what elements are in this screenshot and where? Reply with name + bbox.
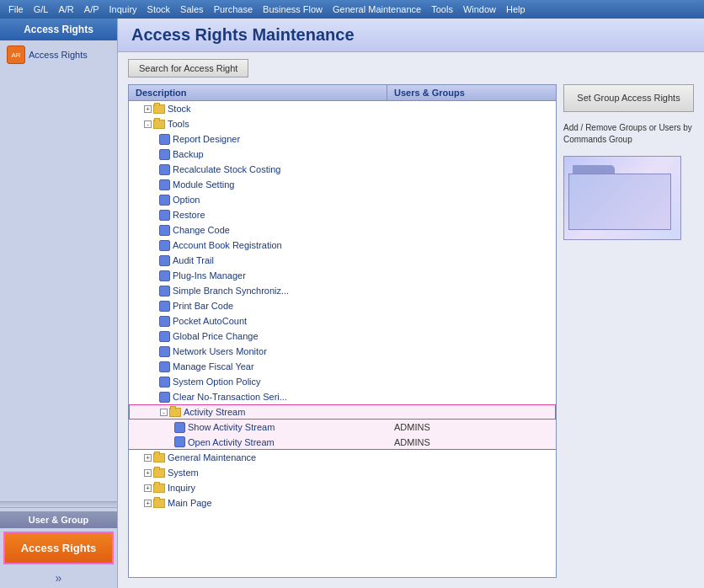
folder-icon — [153, 104, 165, 114]
row-label[interactable]: Activity Stream — [184, 407, 245, 417]
table-row[interactable]: Manage Fiscal Year — [129, 359, 556, 374]
table-row[interactable]: - Tools — [129, 116, 556, 131]
row-users — [387, 381, 556, 382]
row-label[interactable]: Global Price Change — [173, 331, 259, 341]
item-icon — [159, 164, 170, 175]
row-label[interactable]: Open Activity Stream — [188, 437, 275, 447]
expand-icon[interactable]: + — [144, 105, 152, 113]
table-row[interactable]: + Inquiry — [129, 480, 556, 495]
expand-icon[interactable]: - — [144, 120, 152, 128]
row-label[interactable]: Tools — [168, 119, 189, 129]
row-label[interactable]: Simple Branch Synchroniz... — [173, 286, 289, 296]
table-row[interactable]: Change Code — [129, 222, 556, 238]
table-row[interactable]: Backup — [129, 147, 556, 162]
row-label[interactable]: Audit Trail — [173, 255, 214, 265]
menu-tools[interactable]: Tools — [426, 3, 458, 16]
table-row[interactable]: Report Designer — [129, 131, 556, 147]
row-label[interactable]: Inquiry — [168, 483, 195, 493]
row-label[interactable]: Recalculate Stock Costing — [173, 164, 280, 174]
open-activity-stream-row[interactable]: Open Activity Stream ADMINS — [129, 435, 556, 450]
row-label[interactable]: Stock — [168, 104, 191, 114]
right-panel: Set Group Access Rights Add / Remove Gro… — [563, 84, 694, 578]
row-users — [387, 320, 556, 322]
menu-ar[interactable]: A/R — [53, 3, 78, 16]
row-label[interactable]: Plug-Ins Manager — [173, 270, 246, 281]
row-label[interactable]: Network Users Monitor — [173, 346, 267, 356]
table-row[interactable]: Pocket AutoCount — [129, 313, 556, 329]
set-group-access-rights-button[interactable]: Set Group Access Rights — [563, 84, 694, 112]
expand-icon[interactable]: + — [144, 454, 152, 462]
table-row[interactable]: Audit Trail — [129, 253, 556, 268]
row-label[interactable]: Pocket AutoCount — [173, 316, 247, 326]
menu-inquiry[interactable]: Inquiry — [104, 3, 142, 16]
menu-gl[interactable]: G/L — [29, 3, 54, 16]
menu-sales[interactable]: Sales — [175, 3, 209, 16]
row-users — [387, 168, 556, 170]
menu-help[interactable]: Help — [501, 3, 531, 16]
table-row[interactable]: Print Bar Code — [129, 298, 556, 313]
table-row[interactable]: + Stock — [129, 101, 556, 116]
menu-stock[interactable]: Stock — [142, 3, 176, 16]
row-users — [387, 244, 556, 246]
item-icon — [159, 301, 170, 312]
row-label[interactable]: Manage Fiscal Year — [173, 361, 254, 372]
row-label[interactable]: System — [168, 468, 199, 478]
table-row[interactable]: + Main Page — [129, 495, 556, 510]
table-row[interactable]: Option — [129, 192, 556, 207]
table-row[interactable]: Network Users Monitor — [129, 344, 556, 359]
show-activity-stream-row[interactable]: Show Activity Stream ADMINS — [129, 420, 556, 435]
table-row[interactable]: Module Setting — [129, 177, 556, 192]
row-label[interactable]: General Maintenance — [168, 452, 256, 462]
row-label[interactable]: Option — [173, 195, 200, 205]
menu-window[interactable]: Window — [458, 3, 501, 16]
item-icon — [159, 346, 170, 357]
item-icon — [159, 149, 170, 160]
table-row[interactable]: Global Price Change — [129, 329, 556, 344]
page-title: Access Rights Maintenance — [131, 25, 355, 44]
sidebar-more-button[interactable]: » — [0, 568, 117, 588]
table-row[interactable]: Clear No-Transaction Seri... — [129, 389, 556, 404]
row-label[interactable]: Module Setting — [173, 179, 234, 190]
item-icon — [174, 422, 185, 433]
row-users — [387, 199, 556, 200]
row-users: ADMINS — [387, 421, 556, 433]
row-label[interactable]: Change Code — [173, 225, 230, 235]
menu-file[interactable]: File — [3, 3, 29, 16]
row-users — [387, 214, 556, 216]
menu-ap[interactable]: A/P — [79, 3, 104, 16]
row-label[interactable]: Main Page — [168, 498, 212, 508]
menu-purchase[interactable]: Purchase — [209, 3, 258, 16]
row-users — [387, 184, 556, 185]
sidebar-nav-item[interactable]: AR Access Rights — [0, 40, 117, 69]
table-row[interactable]: + General Maintenance — [129, 450, 556, 465]
table-row[interactable]: System Option Policy — [129, 374, 556, 389]
menu-businessflow[interactable]: Business Flow — [258, 3, 328, 16]
menu-generalmaintenance[interactable]: General Maintenance — [328, 3, 426, 16]
table-row[interactable]: Plug-Ins Manager — [129, 268, 556, 283]
row-label[interactable]: Restore — [173, 210, 205, 220]
row-label[interactable]: Backup — [173, 149, 204, 159]
table-row[interactable]: Restore — [129, 207, 556, 222]
row-users — [387, 290, 556, 291]
access-rights-button[interactable]: Access Rights — [3, 532, 114, 564]
row-label[interactable]: Report Designer — [173, 134, 240, 144]
row-users — [387, 366, 556, 367]
search-access-right-button[interactable]: Search for Access Right — [128, 59, 248, 78]
row-label[interactable]: Print Bar Code — [173, 301, 233, 311]
activity-stream-row[interactable]: - Activity Stream — [129, 404, 556, 420]
expand-icon[interactable]: + — [144, 500, 152, 507]
table-row[interactable]: Recalculate Stock Costing — [129, 162, 556, 177]
table-row[interactable]: + System — [129, 465, 556, 480]
table-row[interactable]: Simple Branch Synchroniz... — [129, 283, 556, 298]
table-row[interactable]: Account Book Registration — [129, 238, 556, 253]
row-label[interactable]: System Option Policy — [173, 377, 261, 387]
row-label[interactable]: Show Activity Stream — [188, 422, 275, 432]
expand-icon[interactable]: - — [160, 409, 168, 416]
expand-icon[interactable]: + — [144, 484, 152, 492]
folder-graphic — [563, 156, 681, 240]
item-icon — [159, 195, 170, 206]
expand-icon[interactable]: + — [144, 469, 152, 477]
row-label[interactable]: Account Book Registration — [173, 240, 282, 250]
sidebar-divider — [0, 501, 117, 508]
row-label[interactable]: Clear No-Transaction Seri... — [173, 392, 287, 402]
